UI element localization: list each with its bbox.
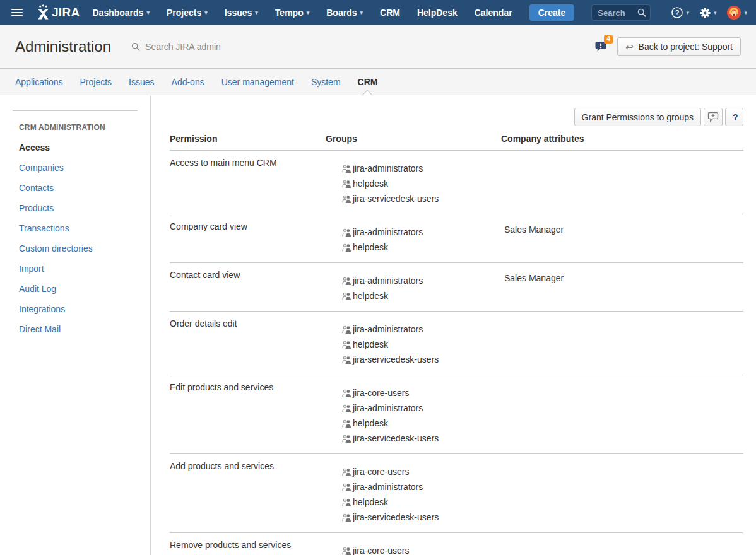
sidebar-item-contacts[interactable]: Contacts xyxy=(19,183,138,193)
hamburger-icon[interactable] xyxy=(9,5,25,20)
column-header-permission: Permission xyxy=(170,130,326,151)
company-attribute-value: Sales Manager xyxy=(501,263,743,312)
company-attribute-value xyxy=(501,533,743,555)
sidebar-item-import[interactable]: Import xyxy=(19,264,138,274)
chevron-down-icon: ▾ xyxy=(255,10,258,16)
navbar-item-projects[interactable]: Projects▾ xyxy=(167,8,208,18)
group-icon xyxy=(342,325,353,334)
navbar-item-crm[interactable]: CRM xyxy=(380,8,400,18)
sidebar-item-custom-directories[interactable]: Custom directories xyxy=(19,243,138,254)
tab-system[interactable]: System xyxy=(311,69,341,95)
group-item: jira-administrators xyxy=(342,225,501,240)
group-item: jira-administrators xyxy=(342,322,501,337)
notification-badge: 4 xyxy=(604,35,613,44)
group-icon xyxy=(342,165,353,173)
permission-name: Company card view xyxy=(170,214,326,263)
group-item: jira-administrators xyxy=(342,161,501,176)
grant-permissions-button[interactable]: Grant Permissions to groups xyxy=(574,108,701,126)
navbar-item-calendar[interactable]: Calendar xyxy=(475,8,512,18)
groups-cell: jira-core-usersjira-administratorshelpde… xyxy=(326,375,501,454)
group-name: jira-administrators xyxy=(353,482,423,492)
navbar-item-helpdesk[interactable]: HelpDesk xyxy=(417,8,458,18)
group-icon xyxy=(342,180,353,188)
group-name: helpdesk xyxy=(353,242,388,252)
group-name: helpdesk xyxy=(353,497,388,507)
group-item: helpdesk xyxy=(342,288,501,303)
create-button[interactable]: Create xyxy=(529,4,575,21)
help-button[interactable]: ? xyxy=(725,108,743,126)
help-menu[interactable]: ? ▾ xyxy=(671,6,689,19)
feedback-button[interactable] xyxy=(704,108,723,126)
admin-search xyxy=(131,41,594,52)
admin-tabs: ApplicationsProjectsIssuesAdd-onsUser ma… xyxy=(0,69,756,95)
group-icon xyxy=(342,356,353,364)
navbar-item-boards[interactable]: Boards▾ xyxy=(326,8,363,18)
settings-menu[interactable]: ▾ xyxy=(699,7,717,19)
permission-row: Contact card viewjira-administratorshelp… xyxy=(170,263,743,312)
sidebar-item-companies[interactable]: Companies xyxy=(19,163,138,173)
sidebar-item-direct-mail[interactable]: Direct Mail xyxy=(19,324,138,334)
group-item: jira-administrators xyxy=(342,479,501,494)
content: CRM ADMINISTRATION AccessCompaniesContac… xyxy=(0,95,756,555)
navbar-item-dashboards[interactable]: Dashboards▾ xyxy=(93,8,150,18)
tab-projects[interactable]: Projects xyxy=(80,69,112,95)
group-name: helpdesk xyxy=(353,339,388,349)
svg-text:?: ? xyxy=(675,9,680,16)
groups-cell: jira-administratorshelpdesk xyxy=(326,214,501,263)
group-icon xyxy=(342,341,353,349)
group-icon xyxy=(342,513,353,522)
sidebar-item-integrations[interactable]: Integrations xyxy=(19,304,138,314)
sidebar-item-audit-log[interactable]: Audit Log xyxy=(19,284,138,294)
groups-cell: jira-core-usersjira-administratorshelpde… xyxy=(326,454,501,533)
permission-name: Remove products and services xyxy=(170,533,326,555)
company-attribute-value xyxy=(501,454,743,533)
chevron-down-icon: ▾ xyxy=(714,10,717,16)
admin-search-input[interactable] xyxy=(144,41,283,52)
chevron-down-icon: ▾ xyxy=(307,10,310,16)
groups-list: jira-core-usersjira-administratorshelpde… xyxy=(326,464,501,525)
navbar-item-tempo[interactable]: Tempo▾ xyxy=(275,8,309,18)
notification-bubble-icon[interactable]: 4 xyxy=(594,40,608,56)
group-item: jira-servicedesk-users xyxy=(342,352,501,367)
tab-user-management[interactable]: User management xyxy=(221,69,294,95)
admin-header: Administration 4 ↩ Back to project: Supp… xyxy=(0,25,756,69)
group-item: jira-servicedesk-users xyxy=(342,431,501,446)
permission-name: Add products and services xyxy=(170,454,326,533)
tab-crm[interactable]: CRM xyxy=(358,69,378,95)
tab-issues[interactable]: Issues xyxy=(129,69,154,95)
jira-logo[interactable]: JIRA xyxy=(35,4,80,21)
group-item: helpdesk xyxy=(342,416,501,431)
group-item: jira-core-users xyxy=(342,385,501,400)
group-item: jira-servicedesk-users xyxy=(342,510,501,525)
main-panel: Grant Permissions to groups ? Permission… xyxy=(151,95,756,555)
navbar-item-issues[interactable]: Issues▾ xyxy=(225,8,258,18)
tab-applications[interactable]: Applications xyxy=(15,69,63,95)
permission-row: Edit products and servicesjira-core-user… xyxy=(170,375,743,454)
group-name: jira-core-users xyxy=(353,546,409,555)
groups-list: jira-administratorshelpdeskjira-serviced… xyxy=(326,161,501,206)
permission-name: Access to main menu CRM xyxy=(170,151,326,214)
sidebar-item-transactions[interactable]: Transactions xyxy=(19,223,138,233)
permission-name: Contact card view xyxy=(170,263,326,312)
profile-menu[interactable]: ▾ xyxy=(726,5,747,20)
group-icon xyxy=(342,419,353,428)
group-name: jira-administrators xyxy=(353,403,423,413)
sidebar-item-access[interactable]: Access xyxy=(19,143,138,153)
feedback-bubble-plus-icon xyxy=(707,112,719,122)
back-arrow-icon: ↩ xyxy=(625,42,634,52)
group-name: jira-administrators xyxy=(353,324,423,334)
group-name: helpdesk xyxy=(353,291,388,301)
chevron-down-icon: ▾ xyxy=(360,10,363,16)
group-name: jira-administrators xyxy=(353,163,423,173)
groups-list: jira-administratorshelpdesk xyxy=(326,273,501,303)
group-name: jira-administrators xyxy=(353,227,423,237)
groups-cell: jira-administratorshelpdesk xyxy=(326,263,501,312)
group-name: jira-servicedesk-users xyxy=(353,512,439,522)
search-icon xyxy=(637,8,646,20)
tab-add-ons[interactable]: Add-ons xyxy=(172,69,204,95)
table-body: Access to main menu CRMjira-administrato… xyxy=(170,151,743,555)
sidebar-item-products[interactable]: Products xyxy=(19,203,138,213)
group-item: jira-core-users xyxy=(342,543,501,555)
back-to-project-button[interactable]: ↩ Back to project: Support xyxy=(617,37,741,56)
jira-logo-text: JIRA xyxy=(52,6,80,20)
